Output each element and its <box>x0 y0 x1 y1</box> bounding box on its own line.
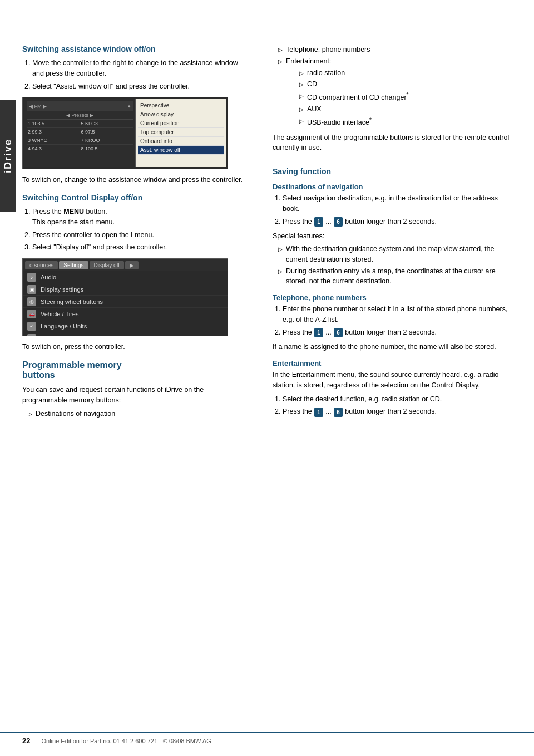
destinations-special: With the destination guidance system and… <box>278 244 512 287</box>
destinations-subtitle: Destinations of navigation <box>273 183 512 191</box>
menu-language[interactable]: ✓ Language / Units <box>23 320 228 332</box>
step-item: Select the desired function, e.g. radio … <box>283 394 512 405</box>
screen1-left-panel: ◀ FM ▶ ● ◀ Presets ▶ 1 103.5 5 KLGS 2 99… <box>24 99 136 167</box>
steering-icon: ◎ <box>27 297 36 306</box>
btn-6-tel: 6 <box>334 328 343 337</box>
special-features-label: Special features: <box>273 231 512 242</box>
step-item: Select "Assist. window off" and press th… <box>32 81 250 92</box>
saving-function-title: Saving function <box>273 167 512 176</box>
tab-osources[interactable]: o sources <box>25 261 58 269</box>
telephone-steps: Enter the phone number or select it in a… <box>283 304 512 337</box>
side-tab: iDrive <box>0 100 16 212</box>
time-icon: ⏰ <box>27 334 36 337</box>
switching-assistance-steps: Move the controller to the right to chan… <box>32 58 250 91</box>
tab-arrow[interactable]: ▶ <box>125 261 139 269</box>
assignment-note: The assignment of the programmable butto… <box>273 132 512 154</box>
switching-assistance-title: Switching assistance window off/on <box>22 45 250 53</box>
bullet-aux: AUX <box>299 104 512 115</box>
screen2-top-bar: o sources Settings Display off ▶ <box>23 259 228 271</box>
programmable-intro: You can save and request certain functio… <box>22 385 250 406</box>
bullet-radio: radio station <box>299 68 512 78</box>
btn-6-ent: 6 <box>334 408 343 417</box>
btn-1-tel: 1 <box>314 328 323 337</box>
menu-audio-label: Audio <box>41 274 56 281</box>
screen1-right-panel: Perspective Arrow display Current positi… <box>136 99 226 167</box>
bullet-destinations: Destinations of navigation <box>28 409 250 419</box>
special-bullet-2: During destination entry via a map, the … <box>278 266 512 287</box>
step-item: Select "Display off" and press the contr… <box>32 242 250 253</box>
screen1-top-bar: ◀ FM ▶ ● <box>27 101 133 111</box>
screen2-image: o sources Settings Display off ▶ ♪ Audio… <box>22 258 228 336</box>
i-keyword: i <box>131 231 132 239</box>
switching-display-steps: Press the MENU button. This opens the st… <box>32 207 250 253</box>
menu-audio[interactable]: ♪ Audio <box>23 271 228 283</box>
section-programmable: Programmable memorybuttons You can save … <box>22 360 250 419</box>
vehicle-icon: 🚗 <box>27 310 36 318</box>
programmable-title: Programmable memorybuttons <box>22 360 250 380</box>
menu-vehicle-label: Vehicle / Tires <box>41 311 78 317</box>
step-item: Enter the phone number or select it in a… <box>283 304 512 325</box>
divider1 <box>273 160 512 160</box>
bullet-entertainment: Entertainment: radio station CD CD compa… <box>278 56 512 128</box>
saving-function-section: Saving function Destinations of navigati… <box>273 167 512 417</box>
section-switching-assistance: Switching assistance window off/on Move … <box>22 45 250 185</box>
section-switching-display: Switching Control Display off/on Press t… <box>22 193 250 352</box>
bullet-telephone: Telephone, phone numbers <box>278 45 512 55</box>
page-number: 22 <box>22 737 30 745</box>
left-column: Switching assistance window off/on Move … <box>22 45 267 427</box>
step-item: Press the 1 ... 6 button longer than 2 s… <box>283 327 512 338</box>
bullet-cd-changer: CD compartment of CD changer* <box>299 91 512 103</box>
side-tab-label: iDrive <box>2 139 14 173</box>
screen2-menu: ♪ Audio ▣ Display settings ◎ Steering wh… <box>23 271 228 336</box>
screen1-image: ◀ FM ▶ ● ◀ Presets ▶ 1 103.5 5 KLGS 2 99… <box>22 97 228 169</box>
menu-time-label: Time / Date <box>41 335 72 337</box>
menu-vehicle[interactable]: 🚗 Vehicle / Tires <box>23 308 228 320</box>
step-item: Move the controller to the right to chan… <box>32 58 250 79</box>
language-icon: ✓ <box>27 322 36 331</box>
entertainment-subtitle: Entertainment <box>273 359 512 367</box>
switching-assistance-caption: To switch on, change to the assistance w… <box>22 175 250 185</box>
step-item: Press the 1 ... 6 button longer than 2 s… <box>283 217 512 227</box>
switching-display-caption: To switch on, press the controller. <box>22 342 250 352</box>
right-column: Telephone, phone numbers Entertainment: … <box>267 45 512 427</box>
entertainment-intro: In the Entertainment menu, the sound sou… <box>273 370 512 391</box>
telephone-subtitle: Telephone, phone numbers <box>273 293 512 302</box>
bullet-usb: USB-audio interface* <box>299 116 512 128</box>
menu-keyword: MENU <box>63 208 84 215</box>
menu-steering[interactable]: ◎ Steering wheel buttons <box>23 296 228 308</box>
entertainment-sub-bullets: radio station CD CD compartment of CD ch… <box>291 68 512 128</box>
telephone-note: If a name is assigned to the phone numbe… <box>273 342 512 352</box>
entertainment-steps: Select the desired function, e.g. radio … <box>283 394 512 418</box>
menu-time[interactable]: ⏰ Time / Date <box>23 332 228 336</box>
btn-1-ent: 1 <box>314 408 323 417</box>
screen1-grid: 1 103.5 5 KLGS 2 99.3 6 97.5 3 WNYC 7 KR… <box>27 120 133 153</box>
special-bullet-1: With the destination guidance system and… <box>278 244 512 265</box>
step-text: Select "Assist. window off" and press th… <box>32 82 190 90</box>
destinations-steps: Select navigation destination, e.g. in t… <box>283 193 512 227</box>
step-item: Select navigation destination, e.g. in t… <box>283 193 512 214</box>
page-footer: 22 Online Edition for Part no. 01 41 2 6… <box>0 732 534 745</box>
bullet-cd: CD <box>299 79 512 90</box>
btn-1: 1 <box>314 217 323 227</box>
display-icon: ▣ <box>27 285 36 294</box>
programmable-bullets: Destinations of navigation <box>28 409 250 419</box>
step-item: Press the controller to open the i menu. <box>32 230 250 240</box>
right-bullets: Telephone, phone numbers Entertainment: … <box>278 45 512 128</box>
tab-settings[interactable]: Settings <box>59 261 88 269</box>
menu-display-label: Display settings <box>41 286 83 293</box>
menu-steering-label: Steering wheel buttons <box>41 298 103 305</box>
step-item: Press the 1 ... 6 button longer than 2 s… <box>283 406 512 417</box>
step-item: Press the MENU button. This opens the st… <box>32 207 250 228</box>
tab-displayoff[interactable]: Display off <box>90 261 125 269</box>
footer-text: Online Edition for Part no. 01 41 2 600 … <box>41 738 211 744</box>
menu-language-label: Language / Units <box>41 323 87 330</box>
btn-6: 6 <box>334 217 343 227</box>
audio-icon: ♪ <box>27 273 36 282</box>
step-text: Move the controller to the right to chan… <box>32 59 238 77</box>
menu-display-settings[interactable]: ▣ Display settings <box>23 283 228 296</box>
switching-display-title: Switching Control Display off/on <box>22 193 250 202</box>
